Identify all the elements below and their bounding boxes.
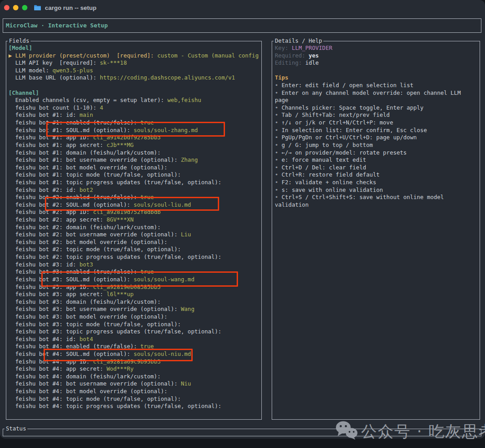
row-gutter bbox=[9, 380, 15, 387]
field-label: feishu bot #4: id: bbox=[15, 336, 76, 342]
terminal-window: cargo run -- setup MicroClaw · Interacti… bbox=[0, 0, 485, 439]
tip-line: • Enter: edit field / open selection lis… bbox=[275, 82, 478, 89]
close-button[interactable] bbox=[4, 5, 9, 10]
row-gutter bbox=[9, 284, 15, 290]
field-row[interactable]: feishu bot #1: bot username override (op… bbox=[9, 156, 260, 164]
tip-line: • Enter on any channel model override: o… bbox=[275, 89, 478, 97]
row-gutter bbox=[9, 186, 15, 193]
detail-kv: Editing: idle bbox=[275, 59, 478, 67]
field-row[interactable]: feishu bot #1: topic mode (true/false, o… bbox=[9, 171, 260, 179]
tip-line: • ←/→ on provider/model: rotate presets bbox=[275, 149, 478, 157]
blank-row bbox=[9, 82, 260, 89]
field-row[interactable]: feishu bot #2: topic progress updates (t… bbox=[9, 253, 260, 261]
field-value: sk-***18 bbox=[97, 59, 127, 66]
field-label: LLM model: bbox=[15, 67, 49, 74]
field-row[interactable]: feishu bot #3: bot model override (optio… bbox=[9, 313, 260, 321]
field-value: qwen3.5-plus bbox=[49, 67, 93, 74]
field-label: feishu bot #1: topic progress updates (t… bbox=[15, 179, 221, 186]
row-gutter bbox=[9, 246, 15, 253]
field-row[interactable]: feishu bot #1: bot model override (optio… bbox=[9, 164, 260, 172]
field-row[interactable]: feishu bot #3: topic progress updates (t… bbox=[9, 328, 260, 336]
row-gutter bbox=[9, 373, 15, 380]
field-label: feishu bot #3: bot username override (op… bbox=[15, 306, 177, 312]
field-row[interactable]: feishu bot #4: app secret: Wod***Ry bbox=[9, 365, 260, 373]
field-value: bot3 bbox=[76, 261, 93, 268]
detail-kv: Key: LLM_PROVIDER bbox=[275, 44, 478, 52]
field-row[interactable]: feishu bot #2: bot username override (op… bbox=[9, 231, 260, 239]
field-label: feishu bot #2: bot model override (optio… bbox=[15, 239, 168, 245]
field-label: Enabled channels (csv, empty = setup lat… bbox=[15, 97, 164, 103]
tip-line: • e: force manual text edit bbox=[275, 156, 478, 164]
field-value: bot2 bbox=[76, 186, 93, 193]
field-row[interactable]: Enabled channels (csv, empty = setup lat… bbox=[9, 97, 260, 104]
tip-line: • g / G: jump to top / bottom bbox=[275, 142, 478, 149]
field-row[interactable]: feishu bot #4: bot model override (optio… bbox=[9, 388, 260, 395]
field-value: https://coding.dashscope.aliyuncs.com/v1 bbox=[97, 74, 235, 81]
row-gutter bbox=[9, 298, 15, 305]
row-gutter bbox=[9, 134, 15, 141]
row-gutter bbox=[9, 149, 15, 156]
tip-line: • F2: validate + online checks bbox=[275, 179, 478, 186]
field-row[interactable]: feishu bot #1: id: main bbox=[9, 111, 260, 119]
field-row[interactable]: feishu bot #4: topic mode (true/false, o… bbox=[9, 395, 260, 403]
field-row[interactable]: feishu bot #1: app secret: cJb***MG bbox=[9, 142, 260, 149]
field-row[interactable]: LLM base URL (optional): https://coding.… bbox=[9, 74, 260, 82]
field-row[interactable]: feishu bot #2: domain (feishu/lark/custo… bbox=[9, 224, 260, 231]
field-row[interactable]: feishu bot #2: app secret: 8GV***XN bbox=[9, 216, 260, 224]
row-gutter bbox=[9, 179, 15, 186]
row-gutter bbox=[9, 365, 15, 372]
row-gutter bbox=[9, 313, 15, 320]
field-label: LLM provider (preset/custom) [required]: bbox=[15, 52, 154, 59]
field-row[interactable]: LLM API key [required]: sk-***18 bbox=[9, 59, 260, 67]
details-help-panel: Details / Help Key: LLM_PROVIDERRequired… bbox=[272, 41, 480, 420]
row-gutter bbox=[9, 194, 15, 200]
field-value: web,feishu bbox=[164, 97, 201, 103]
tip-line-continuation: page bbox=[275, 97, 478, 104]
row-gutter bbox=[9, 261, 15, 268]
window-title: cargo run -- setup bbox=[45, 4, 97, 11]
row-gutter bbox=[9, 59, 15, 66]
selected-row-arrow-icon: ▶ bbox=[9, 52, 15, 59]
field-row[interactable]: feishu bot #4: topic progress updates (t… bbox=[9, 403, 260, 410]
row-gutter bbox=[9, 119, 15, 126]
details-lines: Key: LLM_PROVIDERRequired: yesEditing: i… bbox=[275, 44, 478, 208]
details-panel-label: Details / Help bbox=[273, 38, 323, 44]
row-gutter bbox=[9, 306, 15, 312]
field-label: feishu bot #2: topic mode (true/false, o… bbox=[15, 246, 181, 253]
row-gutter bbox=[9, 164, 15, 171]
field-row[interactable]: feishu bot #4: bot username override (op… bbox=[9, 380, 260, 388]
tip-line: • Channels picker: Space toggle, Enter a… bbox=[275, 104, 478, 112]
field-row[interactable]: ▶ LLM provider (preset/custom) [required… bbox=[9, 52, 260, 60]
field-label: LLM base URL (optional): bbox=[15, 74, 97, 81]
field-label: feishu bot #3: domain (feishu/lark/custo… bbox=[15, 298, 161, 305]
field-row[interactable]: feishu bot count (1-10): 4 bbox=[9, 104, 260, 112]
field-row[interactable]: feishu bot #4: domain (feishu/lark/custo… bbox=[9, 373, 260, 381]
field-row[interactable]: feishu bot #3: id: bot3 bbox=[9, 261, 260, 269]
field-row[interactable]: feishu bot #2: id: bot2 bbox=[9, 186, 260, 194]
field-label: feishu bot #3: bot model override (optio… bbox=[15, 313, 168, 320]
row-gutter bbox=[9, 388, 15, 395]
detail-kv: Required: yes bbox=[275, 52, 478, 60]
field-row[interactable]: feishu bot #3: app secret: l6l***up bbox=[9, 291, 260, 298]
field-value: cJb***MG bbox=[103, 142, 134, 148]
zoom-button[interactable] bbox=[22, 5, 27, 10]
field-row[interactable]: feishu bot #3: bot username override (op… bbox=[9, 306, 260, 313]
section-header: [Model] bbox=[9, 44, 260, 52]
field-row[interactable]: feishu bot #1: domain (feishu/lark/custo… bbox=[9, 149, 260, 157]
field-row[interactable]: feishu bot #4: id: bot4 bbox=[9, 336, 260, 343]
folder-icon bbox=[34, 4, 41, 11]
field-value: Liu bbox=[177, 231, 191, 238]
field-row[interactable]: LLM model: qwen3.5-plus bbox=[9, 67, 260, 75]
field-row[interactable]: feishu bot #3: domain (feishu/lark/custo… bbox=[9, 298, 260, 306]
field-row[interactable]: feishu bot #3: topic mode (true/false, o… bbox=[9, 321, 260, 328]
row-gutter bbox=[9, 216, 15, 223]
field-row[interactable]: feishu bot #2: topic mode (true/false, o… bbox=[9, 246, 260, 253]
field-row[interactable]: feishu bot #1: topic progress updates (t… bbox=[9, 179, 260, 186]
field-label: feishu bot #1: id: bbox=[15, 111, 76, 118]
row-gutter bbox=[9, 343, 15, 350]
blank-row bbox=[275, 67, 478, 75]
minimize-button[interactable] bbox=[13, 5, 18, 10]
field-value: Wod***Ry bbox=[103, 365, 134, 372]
field-row[interactable]: feishu bot #2: bot model override (optio… bbox=[9, 239, 260, 246]
field-label: feishu bot #3: id: bbox=[15, 261, 76, 268]
